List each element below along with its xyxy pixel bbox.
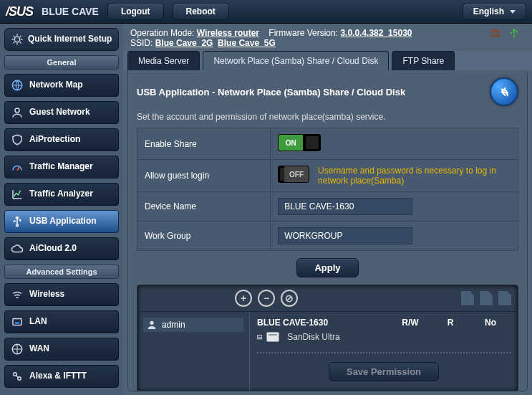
user-row[interactable]: admin	[143, 318, 243, 332]
nav-label: Traffic Manager	[29, 162, 93, 171]
shield-icon	[11, 133, 24, 146]
nav-label: Alexa & IFTTT	[29, 371, 87, 381]
edit-user-button[interactable]: ⊘	[281, 290, 298, 307]
guest-hint: Username and password is necessary to lo…	[318, 166, 511, 186]
divider	[257, 352, 511, 353]
product-name: BLUE CAVE	[42, 6, 99, 17]
reboot-button[interactable]: Reboot	[173, 3, 229, 20]
share-disk-row[interactable]: ⊟ SanDisk Ultra	[257, 330, 511, 343]
quick-internet-setup[interactable]: Quick Internet Setup	[4, 28, 119, 51]
op-mode-link[interactable]: Wireless router	[197, 28, 259, 38]
logout-button[interactable]: Logout	[107, 3, 164, 20]
file-action-2[interactable]	[479, 290, 493, 306]
language-selector[interactable]: English	[463, 3, 526, 20]
tab-media-server[interactable]: Media Server	[127, 51, 200, 70]
guest-icon	[11, 106, 24, 119]
nav-label: LAN	[29, 317, 47, 326]
file-action-3[interactable]	[498, 290, 512, 306]
panel-title: USB Application - Network Place (Samba) …	[137, 87, 405, 97]
ssid-label: SSID:	[130, 38, 153, 48]
user-name: admin	[162, 320, 185, 330]
cloud-icon	[11, 242, 24, 255]
svg-point-12	[513, 36, 516, 38]
usb-icon	[11, 215, 24, 228]
enable-share-toggle[interactable]: ON	[278, 134, 321, 151]
nav-guest-network[interactable]: Guest Network	[4, 101, 119, 124]
nav-lan[interactable]: LAN	[4, 310, 119, 333]
panel-description: Set the account and permission of networ…	[137, 112, 518, 122]
section-general: General	[4, 55, 119, 70]
toggle-knob	[306, 136, 319, 149]
tree-collapse-icon[interactable]: ⊟	[257, 332, 262, 342]
nav-label: USB Application	[29, 216, 97, 226]
globe-icon	[11, 79, 24, 92]
fw-link[interactable]: 3.0.0.4.382_15030	[340, 28, 412, 38]
nav-wireless[interactable]: Wireless	[4, 283, 119, 306]
col-rw: R/W	[390, 318, 430, 328]
svg-point-11	[495, 29, 500, 33]
remove-user-button[interactable]: −	[258, 290, 275, 307]
svg-point-10	[491, 29, 495, 33]
allow-guest-label: Allow guest login	[137, 160, 271, 192]
fw-label: Firmware Version:	[269, 28, 338, 38]
toggle-on-label: ON	[279, 135, 303, 151]
back-arrow-icon	[497, 85, 511, 99]
language-label: English	[473, 6, 504, 16]
allow-guest-toggle[interactable]: OFF	[278, 166, 309, 183]
nav-label: Wireless	[29, 290, 64, 299]
svg-rect-5	[15, 322, 19, 324]
toggle-off-label: OFF	[284, 166, 309, 182]
col-r: R	[430, 318, 470, 328]
nav-traffic-analyzer[interactable]: Traffic Analyzer	[4, 183, 119, 206]
disk-name: SanDisk Ultra	[287, 332, 339, 342]
save-permission-button[interactable]: Save Permission	[329, 362, 439, 381]
wan-icon	[11, 343, 24, 356]
workgroup-label: Work Group	[137, 222, 271, 251]
nav-label: AiProtection	[29, 135, 80, 144]
ssid-5g-link[interactable]: Blue Cave_5G	[218, 38, 276, 48]
brand-logo: /SUS	[6, 4, 33, 19]
tab-ftp-share[interactable]: FTP Share	[392, 51, 455, 70]
nav-traffic-manager[interactable]: Traffic Manager	[4, 156, 119, 179]
device-name-input[interactable]	[278, 198, 412, 215]
enable-share-label: Enable Share	[137, 128, 271, 160]
clients-icon[interactable]	[489, 28, 502, 38]
chevron-down-icon	[510, 10, 516, 14]
svg-point-0	[14, 37, 20, 42]
add-user-button[interactable]: +	[235, 290, 252, 307]
device-name-label: Device Name	[137, 192, 271, 222]
nav-wan[interactable]: WAN	[4, 338, 119, 361]
nav-label: Network Map	[29, 80, 83, 90]
chart-icon	[11, 188, 24, 201]
col-no: No	[470, 318, 511, 328]
nav-aiprotection[interactable]: AiProtection	[4, 128, 119, 151]
ssid-2g-link[interactable]: Blue Cave_2G	[155, 38, 213, 48]
section-advanced: Advanced Settings	[4, 265, 119, 279]
usb-status-icon[interactable]	[508, 28, 521, 38]
nav-alexa-ifttt[interactable]: Alexa & IFTTT	[4, 365, 119, 388]
qis-label: Quick Internet Setup	[28, 34, 112, 44]
nav-aicloud[interactable]: AiCloud 2.0	[4, 237, 119, 260]
op-mode-label: Operation Mode:	[130, 28, 194, 38]
nav-network-map[interactable]: Network Map	[4, 74, 119, 97]
nav-label: Guest Network	[29, 108, 90, 117]
user-icon	[146, 319, 158, 330]
workgroup-input[interactable]	[278, 227, 412, 244]
wifi-icon	[11, 288, 24, 301]
link-icon	[11, 370, 24, 383]
share-name-header: BLUE CAVE-1630	[257, 318, 390, 328]
nav-usb-application[interactable]: USB Application	[4, 210, 119, 233]
lan-icon	[11, 315, 24, 328]
svg-line-9	[16, 376, 19, 378]
disk-icon	[266, 332, 279, 342]
svg-line-3	[17, 167, 19, 171]
file-action-1[interactable]	[460, 290, 475, 306]
back-button[interactable]	[490, 77, 518, 106]
nav-label: Traffic Analyzer	[29, 189, 93, 199]
nav-label: AiCloud 2.0	[29, 244, 77, 253]
svg-point-2	[15, 108, 19, 113]
apply-button[interactable]: Apply	[296, 258, 358, 277]
gauge-icon	[11, 161, 24, 173]
gear-icon	[11, 33, 24, 46]
tab-samba-share[interactable]: Network Place (Samba) Share / Cloud Disk	[203, 51, 389, 70]
